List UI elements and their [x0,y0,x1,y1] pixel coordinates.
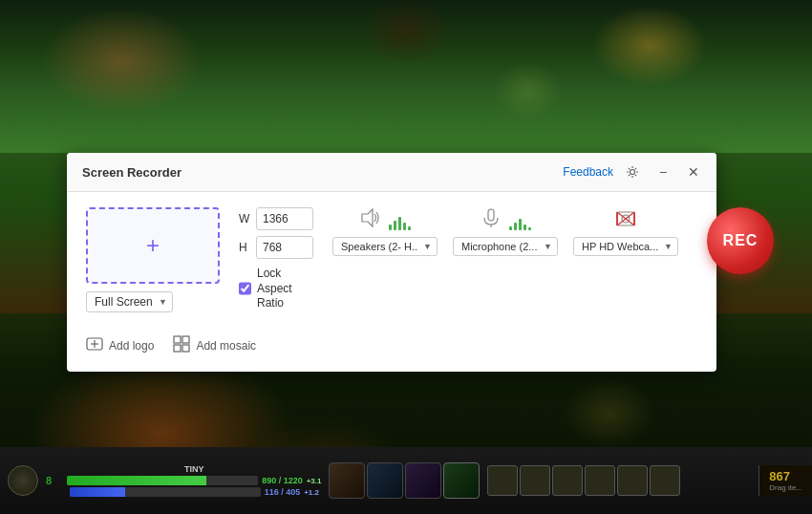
screen-type-dropdown[interactable]: Full Screen Window Region [86,291,173,312]
dialog-content: + Full Screen Window Region ▼ W [67,192,716,328]
speakers-dropdown-wrapper: Speakers (2- H... ▼ [332,237,438,256]
hud-mana-row: 116 / 405 +1.2 [70,487,319,497]
microphone-icon [481,207,502,233]
minimize-button[interactable]: − [652,161,674,183]
microphone-device: Microphone (2... ▼ [453,207,558,256]
hud-level: 8 [46,475,52,486]
screen-type-dropdown-wrapper: Full Screen Window Region ▼ [86,291,173,312]
dialog-toolbar: Add logo Add mosaic [67,335,716,356]
camera-dropdown[interactable]: HP HD Webca... [573,237,678,256]
item-slot-4[interactable] [585,465,615,496]
dimensions-block: W H Lock Aspect Ratio [239,207,313,311]
settings-button[interactable] [621,161,644,183]
health-fill [67,476,206,485]
microphone-dropdown[interactable]: Microphone (2... [453,237,558,256]
mana-text: 116 / 405 [265,487,301,497]
rec-section: REC [697,207,783,274]
hud-bar: 8 TINY 890 / 1220 +3.1 116 / 405 +1.2 [0,447,812,514]
add-screen-icon: + [146,232,160,259]
lock-aspect-checkbox[interactable] [239,282,251,295]
svg-rect-15 [174,345,181,352]
unit-name-label: TINY [184,464,204,474]
ability-1[interactable] [329,462,365,499]
audio-section: Speakers (2- H... ▼ [332,207,678,256]
bar-4 [524,225,526,230]
bar-3 [398,217,401,230]
bar-3 [519,219,522,230]
rec-label: REC [723,232,759,249]
item-slot-2[interactable] [520,465,550,496]
lock-aspect-row: Lock Aspect Ratio [239,267,313,311]
feedback-link[interactable]: Feedback [563,165,613,179]
speakers-dropdown[interactable]: Speakers (2- H... [332,237,438,256]
width-row: W [239,207,313,230]
screen-recorder-dialog: Screen Recorder Feedback − ✕ + [67,153,716,372]
gear-icon [626,165,639,179]
bar-1 [389,225,392,230]
mana-delta: +1.2 [304,488,319,497]
bar-2 [514,223,517,230]
speakers-device: Speakers (2- H... ▼ [332,207,438,256]
bar-2 [394,221,396,230]
item-slot-6[interactable] [650,465,680,496]
microphone-dropdown-wrapper: Microphone (2... ▼ [453,237,558,256]
add-logo-label: Add logo [109,339,154,353]
svg-rect-16 [182,345,189,352]
health-text: 890 / 1220 [262,476,303,485]
mana-bar [70,487,261,497]
screen-preview-box[interactable]: + [86,207,220,284]
hud-stats: TINY 890 / 1220 +3.1 116 / 405 +1.2 [59,464,329,497]
svg-marker-1 [362,209,373,226]
add-mosaic-item[interactable]: Add mosaic [173,335,256,356]
ability-4[interactable] [443,462,480,499]
width-label: W [239,212,250,225]
add-mosaic-icon [173,335,190,356]
mana-fill [70,487,125,497]
rec-button[interactable]: REC [707,207,774,274]
svg-rect-13 [174,336,181,343]
health-bar [67,476,258,485]
hud-health-icon [8,465,38,496]
ability-3[interactable] [405,462,441,499]
height-input[interactable] [256,236,313,259]
hud-health-row: 890 / 1220 +3.1 [67,476,321,485]
camera-icon [615,207,636,233]
item-slot-1[interactable] [487,465,518,496]
minimize-icon: − [659,164,667,180]
game-top-scene [0,0,812,153]
width-input[interactable] [256,207,313,230]
title-bar: Screen Recorder Feedback − ✕ [67,153,716,192]
speaker-level-bars [389,211,411,230]
drag-hint: Drag ite... [769,483,802,492]
close-icon: ✕ [688,164,699,180]
screen-dropdown-row: Full Screen Window Region ▼ [86,291,173,312]
microphone-icon-row [481,207,531,233]
item-slot-5[interactable] [617,465,648,496]
hud-abilities [329,462,480,499]
gold-display: 867 [769,469,802,483]
height-row: H [239,236,313,259]
hud-items [480,465,759,496]
camera-device: HP HD Webca... ▼ [573,207,678,256]
close-button[interactable]: ✕ [682,161,705,183]
item-slot-3[interactable] [552,465,583,496]
camera-dropdown-wrapper: HP HD Webca... ▼ [573,237,678,256]
speaker-icon [360,207,381,233]
svg-rect-2 [488,209,494,221]
svg-point-0 [630,170,635,175]
height-label: H [239,241,250,254]
hud-right-panel: 867 Drag ite... [759,465,812,496]
bar-5 [408,226,411,230]
svg-rect-14 [182,336,189,343]
title-actions: Feedback − ✕ [563,161,705,183]
add-logo-item[interactable]: Add logo [86,335,154,356]
lock-aspect-label: Lock Aspect Ratio [257,267,313,311]
camera-icon-row [615,207,636,233]
ability-2[interactable] [367,462,403,499]
hud-left-panel: 8 [0,465,59,496]
add-logo-icon [86,335,103,356]
speakers-icon-row [360,207,411,233]
bar-5 [528,227,531,230]
add-mosaic-label: Add mosaic [196,339,256,353]
microphone-level-bars [509,211,531,230]
